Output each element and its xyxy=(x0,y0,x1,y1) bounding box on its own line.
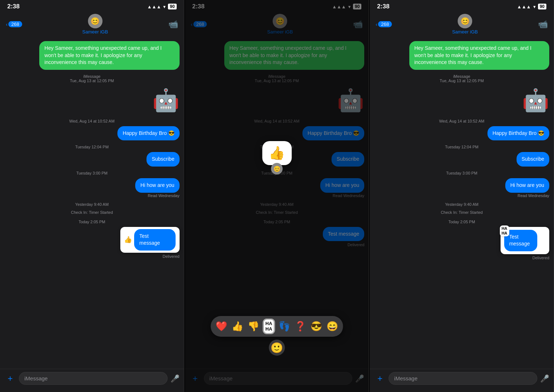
ts-yesterday-left: Yesterday 9:40 AM xyxy=(4,202,180,207)
signal-icon-right: ▲▲▲ xyxy=(517,4,531,9)
right-panel: 2:38 ▲▲▲ ▾ 90 ‹ 268 😊 Sameer iGB 📹 Hey S… xyxy=(370,0,554,392)
messages-area-left: Hey Sameer, something unexpected came up… xyxy=(0,38,184,369)
nav-center-right: 😊 Sameer iGB xyxy=(452,14,478,35)
test-message-wrapper-left: 👍 Test message xyxy=(120,227,179,253)
nav-center-left: 😊 Sameer iGB xyxy=(82,14,108,35)
nav-bar-right: ‹ 268 😊 Sameer iGB 📹 xyxy=(370,12,554,38)
video-call-icon-right[interactable]: 📹 xyxy=(538,20,548,29)
battery-right: 90 xyxy=(538,4,546,9)
avatar-right: 😊 xyxy=(458,14,472,28)
sticker-robot-right: 🤖 xyxy=(522,87,549,113)
emoji-keyboard-btn[interactable]: 🙂 xyxy=(269,340,285,356)
reaction-bar[interactable]: ❤️ 👍 👎 HAHA 👣 ❓ 😎 😄 xyxy=(210,316,343,337)
thumbs-emoji-popup: 👍 xyxy=(262,141,292,165)
delivered-left: Delivered xyxy=(4,254,180,259)
video-call-icon-left[interactable]: 📹 xyxy=(168,20,178,29)
thumbs-popup: 👍 😊 xyxy=(262,141,292,175)
react-thumbsdown[interactable]: 👎 xyxy=(248,321,259,332)
chevron-left-icon: ‹ xyxy=(6,21,8,27)
status-icons-right: ▲▲▲ ▾ 90 xyxy=(517,4,546,9)
sticker-robot-left: 🤖 xyxy=(152,87,180,113)
mic-icon-left[interactable]: 🎤 xyxy=(170,374,180,383)
ts-wed-right: Wed, Aug 14 at 10:52 AM xyxy=(374,119,549,123)
msg-apologize-left: Hey Sameer, something unexpected came up… xyxy=(39,41,179,70)
wifi-icon-left: ▾ xyxy=(163,4,166,9)
back-button-right[interactable]: ‹ 268 xyxy=(376,21,392,27)
add-button-right[interactable]: + xyxy=(374,373,386,384)
haha-badge-right: HAHA xyxy=(500,225,509,236)
wifi-icon-right: ▾ xyxy=(533,4,536,9)
checkin-left: Check In: Timer Started xyxy=(4,210,180,215)
react-sunglasses[interactable]: 😎 xyxy=(310,321,322,332)
thumbs-avatar-popup: 😊 xyxy=(271,163,283,175)
time-left: 2:38 xyxy=(7,3,20,10)
ts-tue-1204-left: Tuesday 12:04 PM xyxy=(4,145,180,149)
message-input-right[interactable]: iMessage xyxy=(389,372,537,385)
thumbs-badge-left: 👍 xyxy=(124,236,132,244)
react-shoes[interactable]: 👣 xyxy=(278,321,290,332)
ts-imessage-right: iMessageTue, Aug 13 at 12:05 PM xyxy=(374,74,549,83)
checkin-right: Check In: Timer Started xyxy=(374,210,549,215)
msg-test-left: Test message xyxy=(134,229,176,251)
back-badge-right: 268 xyxy=(378,21,392,27)
input-bar-right: + iMessage 🎤 xyxy=(370,369,554,392)
react-laugh[interactable]: 😄 xyxy=(326,321,338,332)
msg-howareyou-right: Hi how are you xyxy=(505,178,549,193)
left-panel: 2:38 ▲▲▲ ▾ 90 ‹ 268 😊 Sameer iGB 📹 Hey S… xyxy=(0,0,184,392)
react-haha[interactable]: HAHA xyxy=(264,320,274,333)
read-label-left: Read Wednesday xyxy=(4,193,180,198)
react-heart[interactable]: ❤️ xyxy=(216,321,227,332)
mic-icon-right[interactable]: 🎤 xyxy=(540,374,549,383)
middle-panel: 2:38 ▲▲▲ ▾ 90 ‹ 268 😊 Sameer iGB 📹 Hey S… xyxy=(185,0,369,392)
chevron-left-icon-r: ‹ xyxy=(376,21,377,27)
msg-howareyou-left: Hi how are you xyxy=(135,178,179,193)
status-icons-left: ▲▲▲ ▾ 90 xyxy=(147,4,177,9)
battery-left: 90 xyxy=(168,4,176,9)
input-bar-left: + iMessage 🎤 xyxy=(0,369,184,392)
status-bar-left: 2:38 ▲▲▲ ▾ 90 xyxy=(0,0,184,12)
ts-today-right: Today 2:05 PM xyxy=(374,220,549,224)
msg-birthday-right: Happy Birthday Bro 😎 xyxy=(487,126,549,141)
ts-tue-300-left: Tuesday 3:00 PM xyxy=(4,171,180,175)
msg-subscribe-left: Subscribe xyxy=(146,152,179,167)
ts-imessage-left: iMessageTue, Aug 13 at 12:05 PM xyxy=(4,74,180,83)
msg-subscribe-right: Subscribe xyxy=(517,152,549,167)
ts-tue-1204-right: Tuesday 12:04 PM xyxy=(374,145,549,149)
delivered-right: Delivered xyxy=(374,256,549,260)
ts-today-left: Today 2:05 PM xyxy=(4,220,180,224)
back-badge-left: 268 xyxy=(8,21,22,27)
nav-bar-left: ‹ 268 😊 Sameer iGB 📹 xyxy=(0,12,184,38)
msg-apologize-right: Hey Sameer, something unexpected came up… xyxy=(409,41,549,70)
react-thumbsup[interactable]: 👍 xyxy=(232,321,243,332)
ts-yesterday-right: Yesterday 9:40 AM xyxy=(374,202,549,207)
time-right: 2:38 xyxy=(377,3,389,10)
back-button-left[interactable]: ‹ 268 xyxy=(6,21,22,27)
messages-area-right: Hey Sameer, something unexpected came up… xyxy=(370,38,554,369)
contact-name-left: Sameer iGB xyxy=(82,29,108,35)
ts-tue-300-right: Tuesday 3:00 PM xyxy=(374,171,549,175)
status-bar-right: 2:38 ▲▲▲ ▾ 90 xyxy=(370,0,554,12)
ts-wed-left: Wed, Aug 14 at 10:52 AM xyxy=(4,119,180,123)
test-msg-wrapper-right: HAHA Test message xyxy=(501,227,549,254)
read-label-right: Read Wednesday xyxy=(374,193,549,198)
message-input-left[interactable]: iMessage xyxy=(19,372,168,385)
msg-birthday-left: Happy Birthday Bro 😎 xyxy=(117,126,179,141)
avatar-left: 😊 xyxy=(88,14,103,28)
react-question[interactable]: ❓ xyxy=(294,321,306,332)
signal-icon-left: ▲▲▲ xyxy=(147,4,161,9)
add-button-left[interactable]: + xyxy=(4,373,16,384)
reaction-container: ❤️ 👍 👎 HAHA 👣 ❓ 😎 😄 🙂 xyxy=(210,316,343,356)
contact-name-right: Sameer iGB xyxy=(452,29,478,35)
